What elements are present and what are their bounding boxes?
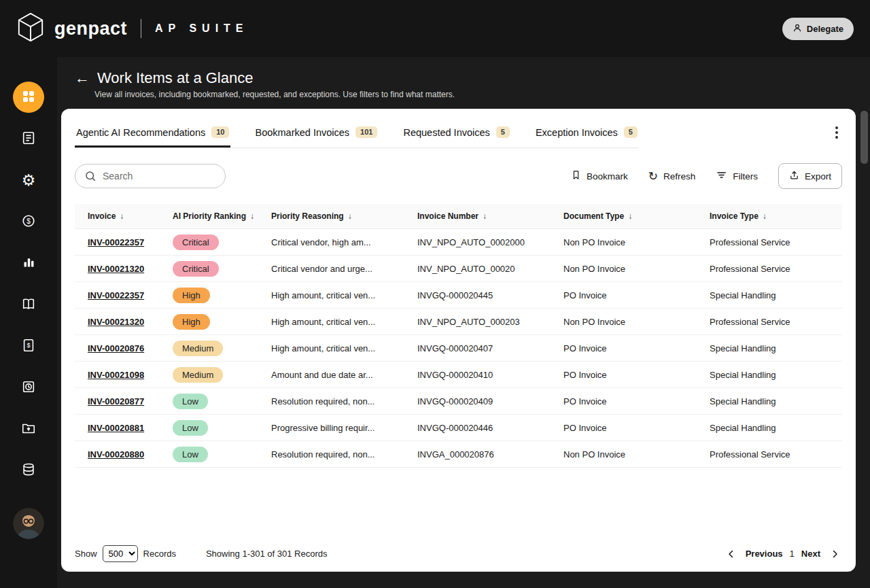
priority-pill: Low: [173, 447, 208, 462]
reason-cell: Resolution required, non...: [258, 396, 404, 407]
column-header[interactable]: Invoice ↓: [75, 204, 160, 228]
reason-cell: High amount, critical ven...: [258, 290, 404, 300]
invoice-link[interactable]: INV-00020881: [88, 423, 144, 433]
sidebar-item-analytics[interactable]: [15, 249, 42, 277]
column-label: Invoice: [88, 211, 116, 221]
invoice-link[interactable]: INV-00021320: [88, 317, 144, 327]
svg-text:$: $: [27, 217, 31, 224]
column-label: Invoice Number: [417, 211, 478, 221]
priority-pill: Low: [173, 394, 208, 409]
sidebar-item-history[interactable]: [15, 374, 42, 401]
search-input[interactable]: [75, 164, 226, 188]
column-label: AI Priority Ranking: [173, 211, 246, 221]
invoice-type-cell: Special Handling: [697, 396, 842, 407]
sort-descending-icon[interactable]: ↓: [763, 211, 767, 221]
sort-descending-icon[interactable]: ↓: [628, 211, 632, 221]
top-header: genpact AP SUITE Delegate: [0, 0, 870, 57]
sort-descending-icon[interactable]: ↓: [348, 211, 352, 221]
tab-count-badge: 101: [355, 126, 377, 138]
table-row: INV-00022357 Critical Critical vendor, h…: [75, 229, 842, 256]
filters-button[interactable]: Filters: [716, 169, 758, 183]
document-type-cell: Non PO Invoice: [551, 317, 697, 327]
export-button[interactable]: Export: [778, 163, 842, 189]
sort-descending-icon[interactable]: ↓: [483, 211, 487, 221]
sidebar-item-upload[interactable]: [15, 415, 42, 443]
invoice-type-cell: Special Handling: [697, 343, 842, 353]
invoice-dollar-icon: $: [21, 338, 36, 355]
page-subtitle: View all invoices, including bookmarked,…: [94, 90, 455, 99]
chevron-right-icon[interactable]: [827, 547, 842, 561]
priority-pill: Critical: [173, 261, 219, 277]
sidebar: ⚙ $ $: [0, 57, 57, 588]
svg-text:$: $: [27, 342, 30, 349]
tab[interactable]: Exception Invoices 5: [534, 120, 639, 148]
delegate-label: Delegate: [807, 24, 843, 34]
tab[interactable]: Requested Invoices 5: [402, 120, 510, 148]
sort-descending-icon[interactable]: ↓: [250, 211, 254, 221]
column-header[interactable]: AI Priority Ranking ↓: [160, 204, 258, 228]
brand-name: genpact: [54, 18, 127, 39]
suite-name: AP SUITE: [155, 22, 249, 35]
invoice-type-cell: Special Handling: [697, 423, 842, 433]
invoices-table: Invoice ↓ AI Priority Ranking ↓ Priority…: [75, 204, 842, 468]
chevron-left-icon[interactable]: [724, 547, 739, 561]
more-options-button[interactable]: [830, 124, 843, 143]
sidebar-item-apps[interactable]: [13, 82, 44, 113]
show-label: Show: [75, 549, 97, 559]
document-type-cell: PO Invoice: [551, 396, 697, 407]
reason-cell: Progressive billing requir...: [258, 423, 404, 433]
reason-cell: High amount, critical ven...: [258, 317, 404, 327]
invoice-link[interactable]: INV-00020877: [88, 396, 144, 407]
column-header[interactable]: Document Type ↓: [551, 204, 697, 228]
tab[interactable]: Agentic AI Recommendations 10: [75, 120, 230, 148]
reason-cell: Amount and due date ar...: [258, 370, 404, 380]
invoice-link[interactable]: INV-00020876: [88, 343, 144, 353]
export-icon: [789, 170, 799, 182]
sort-descending-icon[interactable]: ↓: [120, 211, 124, 221]
delegate-button[interactable]: Delegate: [782, 18, 854, 40]
person-icon: [793, 23, 802, 35]
column-header[interactable]: Invoice Type ↓: [697, 204, 842, 228]
refresh-icon: ↻: [648, 171, 658, 182]
user-avatar[interactable]: [13, 508, 44, 539]
current-page: 1: [790, 549, 795, 559]
previous-button[interactable]: Previous: [746, 549, 783, 559]
brand: genpact AP SUITE: [16, 12, 249, 46]
folder-upload-icon: [21, 421, 36, 438]
invoice-link[interactable]: INV-00020880: [88, 449, 144, 460]
sidebar-item-payments[interactable]: $: [15, 208, 42, 235]
sidebar-item-ledger[interactable]: [15, 291, 42, 318]
refresh-button[interactable]: ↻ Refresh: [648, 171, 696, 182]
document-type-cell: PO Invoice: [551, 370, 697, 380]
document-type-cell: Non PO Invoice: [551, 237, 697, 247]
invoice-link[interactable]: INV-00022357: [88, 237, 144, 247]
next-button[interactable]: Next: [801, 549, 820, 559]
invoice-type-cell: Special Handling: [697, 370, 842, 380]
invoice-link[interactable]: INV-00022357: [88, 290, 144, 300]
invoice-number-cell: INVGQ-000020446: [404, 423, 551, 433]
column-header[interactable]: Priority Reasoning ↓: [258, 204, 404, 228]
column-label: Invoice Type: [710, 211, 759, 221]
sidebar-item-settings[interactable]: ⚙: [15, 167, 42, 194]
tab[interactable]: Bookmarked Invoices 101: [254, 120, 379, 148]
invoice-link[interactable]: INV-00021098: [88, 370, 144, 380]
column-header[interactable]: Invoice Number ↓: [404, 204, 551, 228]
sidebar-item-data[interactable]: [15, 457, 42, 484]
bookmark-button[interactable]: Bookmark: [571, 170, 628, 182]
table-row: INV-00020880 Low Resolution required, no…: [75, 441, 842, 468]
document-type-cell: PO Invoice: [551, 343, 697, 353]
reason-cell: High amount, critical ven...: [258, 343, 404, 353]
records-per-page-select[interactable]: 500: [103, 545, 138, 562]
bookmark-label: Bookmark: [587, 171, 628, 181]
page-scrollbar[interactable]: [860, 111, 868, 164]
apps-grid-icon: [22, 90, 35, 105]
dollar-circle-icon: $: [21, 213, 36, 230]
invoice-number-cell: INVGA_000020876: [404, 449, 551, 460]
main-content: ← Work Items at a Glance View all invoic…: [57, 57, 870, 588]
invoice-number-cell: INV_NPO_AUTO_00020: [404, 264, 551, 274]
back-arrow-icon[interactable]: ←: [75, 71, 90, 86]
invoice-link[interactable]: INV-00021320: [88, 264, 144, 274]
sidebar-item-tasks[interactable]: [15, 125, 42, 152]
tab-count-badge: 10: [211, 126, 229, 138]
sidebar-item-invoices[interactable]: $: [15, 332, 42, 360]
